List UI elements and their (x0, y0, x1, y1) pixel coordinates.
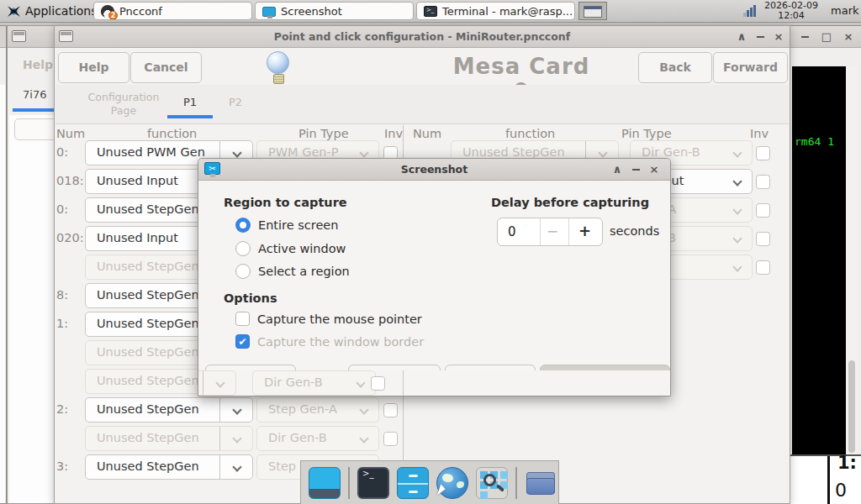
close-button[interactable]: × (645, 159, 663, 180)
taskbar-item-screenshot[interactable]: Screenshot (255, 2, 414, 20)
pin-number: 8: (56, 288, 68, 302)
scrollbar-thumb[interactable] (848, 360, 855, 453)
minimize-button[interactable] (795, 26, 814, 47)
terminal-screen[interactable]: rm64 1 (792, 66, 846, 455)
inv-checkbox[interactable] (383, 403, 398, 417)
taskbar-item-terminal[interactable]: >_ Terminal - mark@rasp... (416, 2, 575, 20)
radio-select-region[interactable]: Select a region (235, 264, 350, 279)
shade-button[interactable]: ∧ (608, 159, 626, 180)
delay-value[interactable]: 0 (508, 224, 516, 239)
function-dropdown-value: Unused StepGen (97, 402, 199, 416)
maximize-button[interactable]: □ (817, 26, 836, 47)
delay-spinner[interactable]: 0 − + (497, 218, 603, 246)
partial-window-divider (827, 456, 830, 504)
background-pncconf-window[interactable]: Help 7i76 (7, 25, 55, 504)
terminal-app-icon: >_ (424, 6, 437, 17)
background-window-edge[interactable] (0, 25, 7, 504)
tab-p2[interactable]: P2 (213, 85, 258, 120)
pin-type-dropdown-value: Step Gen-A (268, 402, 337, 416)
table-row: 2:Unused StepGenStep Gen-A (55, 396, 790, 425)
spinner-decrement-button[interactable]: − (547, 223, 558, 239)
partial-glyph: 1: (837, 453, 857, 473)
window-icon (12, 30, 26, 42)
background-help-button[interactable]: Help (23, 58, 53, 71)
checkbox-mouse-pointer[interactable]: Capture the mouse pointer (235, 312, 422, 326)
column-header: Inv (750, 127, 769, 140)
inv-checkbox[interactable] (383, 432, 398, 446)
radio-label: Entire screen (258, 218, 338, 232)
web-browser-icon[interactable] (436, 467, 468, 499)
chevron-down-icon (732, 234, 742, 243)
close-button[interactable]: × (769, 26, 788, 47)
radio-icon[interactable] (235, 264, 251, 279)
application-finder-icon[interactable] (476, 467, 508, 499)
function-dropdown-value: Unused StepGen (97, 431, 199, 444)
radio-icon[interactable] (235, 241, 251, 256)
terminal-titlebar[interactable]: □ × (789, 26, 861, 48)
close-button[interactable]: × (839, 26, 858, 47)
terminal-icon[interactable]: >_ (357, 467, 389, 499)
file-cabinet-icon[interactable] (397, 467, 429, 499)
background-window-content (9, 115, 55, 503)
function-dropdown[interactable]: Unused StepGen (85, 426, 253, 451)
inv-checkbox[interactable] (756, 175, 770, 189)
inv-checkbox[interactable] (756, 203, 770, 218)
function-dropdown[interactable]: Unused StepGen (85, 454, 253, 480)
inv-checkbox[interactable] (756, 146, 770, 160)
radio-selected-icon[interactable] (235, 218, 251, 233)
function-dropdown-fragment[interactable] (198, 370, 236, 396)
show-desktop-icon[interactable] (309, 467, 341, 499)
window-title: Point and click configuration - MiniRout… (55, 26, 790, 48)
notification-badge: 2 (108, 11, 118, 20)
terminal-window[interactable]: □ × rm64 1 (788, 25, 861, 504)
tab-p1[interactable]: P1 (167, 85, 213, 120)
partial-window: 1: 0 (789, 454, 861, 504)
dock-separator (348, 467, 350, 499)
network-signal-icon[interactable] (743, 5, 756, 17)
taskbar-item-pncconf[interactable]: 2 Pncconf (93, 2, 252, 20)
user-menu[interactable]: mark (831, 4, 859, 17)
dialog-title: Screenshot (198, 159, 670, 181)
checkbox-window-border[interactable]: ✔ Capture the window border (235, 334, 424, 349)
clock-time: 12:04 (759, 11, 823, 21)
workspace-thumbnail (584, 6, 602, 18)
region-heading: Region to capture (224, 196, 347, 209)
terminal-scrollbar[interactable] (847, 66, 857, 455)
checkbox-icon[interactable] (235, 312, 250, 326)
pncconf-titlebar[interactable]: Point and click configuration - MiniRout… (55, 26, 790, 48)
column-header: Inv (384, 127, 403, 140)
inv-checkbox[interactable] (756, 232, 770, 246)
radio-entire-screen[interactable]: Entire screen (235, 218, 338, 233)
clock[interactable]: 2026-02-09 12:04 (759, 1, 823, 21)
pin-type-dropdown[interactable]: Dir Gen-B (256, 426, 379, 451)
checkbox-label: Capture the window border (257, 335, 424, 349)
shade-button[interactable]: ∧ (732, 26, 751, 47)
checkbox-checked-icon[interactable]: ✔ (235, 334, 250, 349)
column-header: Pin Type (621, 127, 672, 140)
minimize-button[interactable] (751, 26, 769, 47)
screenshot-dialog-titlebar[interactable]: ✂ Screenshot ∧ × (198, 159, 670, 181)
chevron-down-icon (356, 378, 365, 387)
chevron-down-icon (232, 405, 241, 414)
radio-active-window[interactable]: Active window (235, 241, 346, 256)
forward-button[interactable]: Forward (713, 52, 788, 83)
screenshot-dialog: ✂ Screenshot ∧ × Region to capture Entir… (198, 158, 671, 396)
back-button[interactable]: Back (638, 52, 712, 83)
active-tab-underline (13, 108, 56, 112)
workspace-switcher[interactable] (578, 2, 607, 20)
cancel-button[interactable]: Cancel (130, 52, 202, 83)
tab-7i76[interactable]: 7i76 (23, 88, 46, 101)
pin-type-dropdown[interactable]: Dir Gen-B (252, 370, 376, 396)
help-button[interactable]: Help (58, 52, 129, 83)
function-dropdown[interactable]: Unused StepGen (85, 397, 253, 423)
tab-configuration-page[interactable]: Configuration Page (81, 91, 166, 118)
minimize-button[interactable] (626, 159, 645, 180)
pin-number: 2: (56, 402, 68, 416)
file-manager-icon[interactable] (525, 467, 557, 499)
background-window-titlebar[interactable] (8, 26, 55, 48)
inv-checkbox[interactable] (756, 260, 770, 275)
pin-type-dropdown[interactable]: Step Gen-A (256, 397, 379, 423)
spinner-increment-button[interactable]: + (578, 222, 591, 239)
taskbar-label: Screenshot (281, 5, 342, 18)
inv-checkbox[interactable] (371, 376, 385, 391)
